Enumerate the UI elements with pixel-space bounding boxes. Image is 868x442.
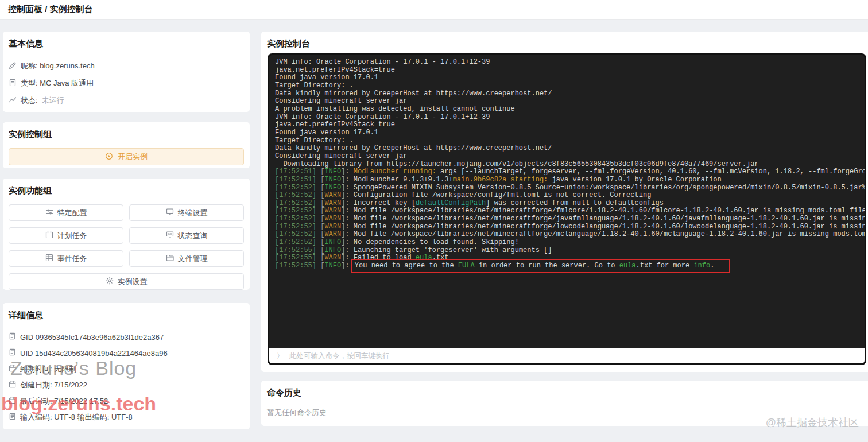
function-button-grid: 特定配置 终端设置 计划任务 状态查询 事件任务 文件管理: [9, 204, 244, 290]
basic-info-card: 基本信息 昵称: blog.zeruns.tech 类型: MC Java 版通…: [3, 32, 250, 112]
detail-row-expiry: 到期时间: 无限制: [9, 361, 244, 377]
detail-info-title: 详细信息: [9, 310, 244, 321]
top-bar: 控制面板 / 实例控制台: [0, 0, 868, 20]
control-group-title: 实例控制组: [9, 129, 244, 140]
sliders-icon: [45, 208, 53, 218]
command-history-card: 命令历史 暂无任何命令历史: [261, 381, 868, 426]
info-row-nickname: 昵称: blog.zeruns.tech: [9, 57, 244, 75]
event-tasks-button[interactable]: 事件任务: [9, 250, 123, 267]
terminal-line: [17:52:52] [WARN]: Mod file /workspace/l…: [275, 215, 865, 223]
play-icon: [105, 152, 113, 162]
function-group-card: 实例功能组 特定配置 终端设置 计划任务 状态查询 事件任务: [3, 179, 250, 290]
terminal-line: [17:52:52] [INFO]: SpongePowered MIXIN S…: [275, 184, 865, 192]
terminal-line: Found java version 17.0.1: [275, 129, 865, 137]
info-row-text: 昵称: blog.zeruns.tech: [21, 61, 95, 71]
terminal-line: [17:52:51] [INFO]: ModLauncher 9.1.3+9.1…: [275, 176, 865, 184]
command-history-empty: 暂无任何命令历史: [267, 408, 867, 418]
start-instance-button[interactable]: 开启实例: [9, 148, 244, 165]
terminal-line: [17:52:55] [INFO]: You need to agree to …: [275, 262, 865, 270]
folder-icon: [166, 254, 174, 263]
status-icon: [9, 96, 17, 106]
terminal-line: java.net.preferIPv4Stack=true: [275, 67, 865, 75]
terminal-line: [17:52:52] [WARN]: Configuration file /w…: [275, 192, 865, 200]
info-row-text: 类型: MC Java 版通用: [21, 78, 94, 88]
left-column: 基本信息 昵称: blog.zeruns.tech 类型: MC Java 版通…: [3, 32, 250, 429]
file-manager-button[interactable]: 文件管理: [129, 250, 244, 267]
info-row-status: 状态: 未运行: [9, 92, 244, 109]
terminal-line: [17:52:55] [INFO]: Launching target 'for…: [275, 247, 865, 255]
breadcrumb: 控制面板 / 实例控制台: [0, 4, 93, 15]
terminal-line: [17:52:52] [INFO]: No dependencies to lo…: [275, 239, 865, 247]
terminal-line: [17:52:52] [WARN]: Mod file /workspace/l…: [275, 207, 865, 215]
calendar-icon: [9, 381, 16, 390]
terminal-line: Considering minecraft server jar: [275, 153, 865, 161]
terminal-line: JVM info: Oracle Corporation - 17.0.1 - …: [275, 59, 865, 67]
instance-settings-button[interactable]: 实例设置: [9, 273, 244, 290]
status-query-button[interactable]: 状态查询: [129, 227, 244, 244]
terminal-line: Considering minecraft server jar: [275, 98, 865, 106]
eula-highlight-box: You need to agree to the EULA in order t…: [351, 259, 731, 273]
detail-row-gid: GID 09365345fc174b3e96a62b3f1de2a367: [9, 329, 244, 345]
terminal-line: [17:52:52] [WARN]: Mod file /workspace/l…: [275, 223, 865, 231]
calendar-icon: [9, 397, 16, 406]
basic-info-title: 基本信息: [9, 38, 244, 49]
status-query-icon: [166, 231, 174, 241]
document-icon: [9, 332, 16, 342]
terminal-line: Found java version 17.0.1: [275, 74, 865, 82]
control-group-card: 实例控制组 开启实例: [3, 122, 250, 168]
terminal-line: Downloading library from https://launche…: [275, 161, 865, 169]
info-row-type: 类型: MC Java 版通用: [9, 75, 244, 92]
detail-row-last-start: 最后启动: 7/15/2022 17:52: [9, 393, 244, 409]
terminal-line: [17:52:52] [WARN]: Incorrect key [defaul…: [275, 200, 865, 208]
terminal-line: JVM info: Oracle Corporation - 17.0.1 - …: [275, 114, 865, 122]
detail-row-encoding: 输入编码: UTF-8 输出编码: UTF-8: [9, 409, 244, 425]
document-icon: [9, 348, 16, 358]
console-title: 实例控制台: [267, 38, 867, 49]
pencil-icon: [9, 61, 17, 71]
terminal-line: [17:52:52] [WARN]: Mod file /workspace/l…: [275, 231, 865, 239]
scheduled-tasks-button[interactable]: 计划任务: [9, 227, 123, 244]
console-card: 实例控制台 JVM info: Oracle Corporation - 17.…: [261, 32, 868, 372]
monitor-icon: [166, 208, 174, 218]
command-input[interactable]: [288, 351, 865, 360]
gear-icon: [106, 277, 114, 286]
right-column: 实例控制台 JVM info: Oracle Corporation - 17.…: [261, 32, 868, 426]
detail-row-uid: UID 15d434c2056340819b4a221464ae8a96: [9, 345, 244, 361]
detail-row-created: 创建日期: 7/15/2022: [9, 377, 244, 393]
function-group-title: 实例功能组: [9, 185, 244, 196]
command-history-title: 命令历史: [267, 387, 867, 398]
terminal-line: Target Directory: .: [275, 82, 865, 90]
terminal-settings-button[interactable]: 终端设置: [129, 204, 244, 221]
specific-config-button[interactable]: 特定配置: [9, 204, 123, 221]
calendar-icon: [9, 365, 16, 374]
terminal-line: [17:52:51] [INFO]: ModLauncher running: …: [275, 168, 865, 176]
terminal-line: A problem installing was detected, insta…: [275, 106, 865, 114]
document-icon: [9, 413, 16, 422]
detail-info-card: 详细信息 GID 09365345fc174b3e96a62b3f1de2a36…: [3, 303, 250, 429]
info-row-text: 状态:: [21, 95, 38, 106]
terminal-line: java.net.preferIPv4Stack=true: [275, 121, 865, 129]
prompt-chevron-icon: 〉: [277, 351, 284, 361]
terminal-line: Data kindly mirrored by CreeperHost at h…: [275, 90, 865, 98]
status-value: 未运行: [42, 95, 64, 106]
terminal-line: Data kindly mirrored by CreeperHost at h…: [275, 145, 865, 153]
terminal-log: JVM info: Oracle Corporation - 17.0.1 - …: [269, 55, 865, 348]
command-input-row: 〉: [269, 348, 865, 363]
event-icon: [45, 254, 53, 263]
document-icon: [9, 79, 17, 88]
terminal-line: Target Directory: .: [275, 137, 865, 145]
calendar-icon: [45, 231, 53, 241]
terminal: JVM info: Oracle Corporation - 17.0.1 - …: [268, 53, 866, 365]
